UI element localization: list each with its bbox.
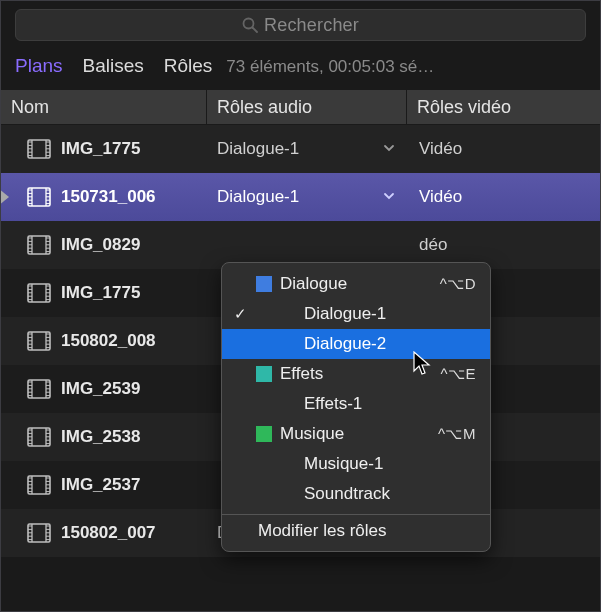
menu-item-label: Soundtrack bbox=[304, 484, 476, 504]
clip-name: IMG_1775 bbox=[61, 139, 140, 159]
audio-role-cell[interactable]: Dialogue-1 bbox=[207, 187, 407, 207]
menu-item[interactable]: Dialogue^⌥D bbox=[222, 269, 490, 299]
tab-plans[interactable]: Plans bbox=[15, 55, 63, 77]
menu-item[interactable]: Dialogue-2 bbox=[222, 329, 490, 359]
video-role-cell[interactable]: Vidéo bbox=[407, 187, 600, 207]
clip-name: IMG_2538 bbox=[61, 427, 140, 447]
clip-name: IMG_0829 bbox=[61, 235, 140, 255]
clip-name: IMG_1775 bbox=[61, 283, 140, 303]
chevron-down-icon bbox=[383, 142, 395, 157]
tab-balises[interactable]: Balises bbox=[83, 55, 144, 77]
color-swatch bbox=[256, 276, 272, 292]
clip-row[interactable]: IMG_1775Dialogue-1Vidéo bbox=[1, 125, 600, 173]
color-swatch bbox=[256, 366, 272, 382]
film-icon bbox=[27, 427, 51, 447]
menu-edit-roles[interactable]: Modifier les rôles bbox=[222, 517, 490, 547]
clip-name: IMG_2537 bbox=[61, 475, 140, 495]
clip-name: 150802_008 bbox=[61, 331, 156, 351]
check-icon: ✓ bbox=[232, 305, 248, 323]
keyboard-shortcut: ^⌥D bbox=[440, 275, 476, 293]
film-icon bbox=[27, 331, 51, 351]
menu-item[interactable]: Effets^⌥E bbox=[222, 359, 490, 389]
color-swatch bbox=[256, 426, 272, 442]
menu-item-label: Musique-1 bbox=[304, 454, 476, 474]
playhead-indicator bbox=[0, 189, 9, 205]
column-headers: Nom Rôles audio Rôles vidéo bbox=[1, 89, 600, 125]
menu-item[interactable]: ✓Dialogue-1 bbox=[222, 299, 490, 329]
clip-name: IMG_2539 bbox=[61, 379, 140, 399]
tab-roles[interactable]: Rôles bbox=[164, 55, 213, 77]
film-icon bbox=[27, 475, 51, 495]
menu-item-label: Dialogue-2 bbox=[304, 334, 476, 354]
film-icon bbox=[27, 523, 51, 543]
search-placeholder: Rechercher bbox=[264, 15, 359, 36]
film-icon bbox=[27, 187, 51, 207]
column-header-name[interactable]: Nom bbox=[1, 90, 207, 124]
svg-line-1 bbox=[252, 28, 257, 33]
audio-role-cell[interactable]: Dialogue-1 bbox=[207, 139, 407, 159]
audio-role-value: Dialogue-1 bbox=[217, 139, 299, 159]
menu-item-label: Dialogue-1 bbox=[304, 304, 476, 324]
search-input[interactable]: Rechercher bbox=[15, 9, 586, 41]
audio-role-value: Dialogue-1 bbox=[217, 187, 299, 207]
menu-item[interactable]: Musique-1 bbox=[222, 449, 490, 479]
keyboard-shortcut: ^⌥M bbox=[438, 425, 476, 443]
view-tabs: Plans Balises Rôles 73 éléments, 00:05:0… bbox=[1, 51, 600, 89]
video-role-cell[interactable]: déo bbox=[407, 235, 600, 255]
film-icon bbox=[27, 139, 51, 159]
clip-name: 150731_006 bbox=[61, 187, 156, 207]
menu-item-label: Musique bbox=[280, 424, 430, 444]
column-header-video[interactable]: Rôles vidéo bbox=[407, 90, 600, 124]
chevron-down-icon bbox=[383, 190, 395, 205]
clip-name: 150802_007 bbox=[61, 523, 156, 543]
menu-item[interactable]: Effets-1 bbox=[222, 389, 490, 419]
search-icon bbox=[242, 17, 258, 33]
menu-separator bbox=[222, 514, 490, 515]
menu-item-label: Effets bbox=[280, 364, 432, 384]
audio-role-menu[interactable]: Dialogue^⌥D✓Dialogue-1Dialogue-2Effets^⌥… bbox=[221, 262, 491, 552]
column-header-audio[interactable]: Rôles audio bbox=[207, 90, 407, 124]
clip-row[interactable]: 150731_006Dialogue-1Vidéo bbox=[1, 173, 600, 221]
film-icon bbox=[27, 283, 51, 303]
film-icon bbox=[27, 235, 51, 255]
menu-item[interactable]: Musique^⌥M bbox=[222, 419, 490, 449]
keyboard-shortcut: ^⌥E bbox=[440, 365, 476, 383]
film-icon bbox=[27, 379, 51, 399]
menu-item[interactable]: Soundtrack bbox=[222, 479, 490, 509]
menu-item-label: Dialogue bbox=[280, 274, 432, 294]
video-role-cell[interactable]: Vidéo bbox=[407, 139, 600, 159]
menu-item-label: Effets-1 bbox=[304, 394, 476, 414]
items-summary: 73 éléments, 00:05:03 sé… bbox=[226, 57, 434, 77]
